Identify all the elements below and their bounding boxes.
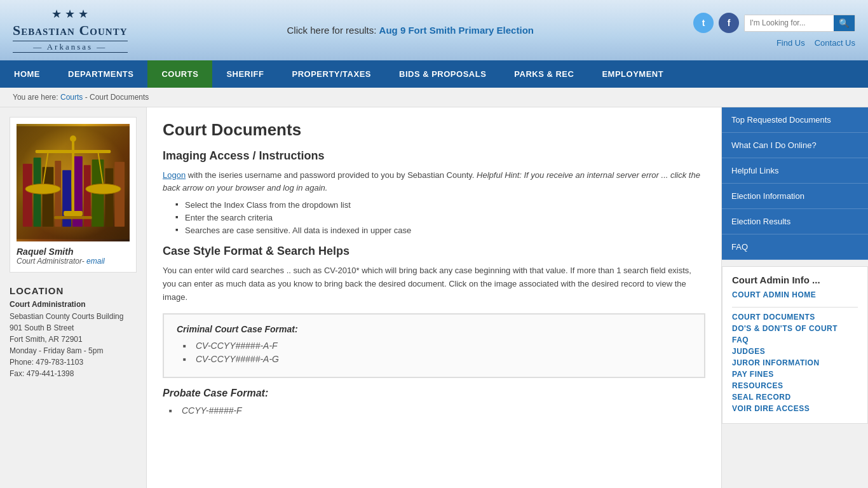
- location-org: Court Administration: [10, 300, 137, 309]
- criminal-box: Criminal Court Case Format: CV-CCYY#####…: [163, 313, 705, 378]
- right-sidebar: Top Requested Documents What Can I Do On…: [722, 107, 868, 488]
- instruction-2: Enter the search criteria: [175, 213, 705, 222]
- admin-link-judges[interactable]: JUDGES: [732, 347, 858, 356]
- location-phone: Phone: 479-783-1103: [10, 358, 83, 367]
- center-banner: Click here for results: Aug 9 Fort Smith…: [128, 25, 694, 36]
- svg-rect-11: [72, 139, 74, 214]
- location-details: Sebastian County Courts Building 901 Sou…: [10, 311, 137, 379]
- quick-link-faq[interactable]: FAQ: [722, 234, 868, 260]
- scales-icon: [17, 124, 130, 241]
- search-box: 🔍: [744, 15, 855, 32]
- nav-departments[interactable]: DEPARTMENTS: [54, 60, 147, 88]
- admin-link-seal-record[interactable]: SEAL RECORD: [732, 393, 858, 402]
- nav-courts[interactable]: COURTS: [147, 60, 212, 88]
- case-style-title: Case Style Format & Search Helps: [163, 245, 705, 258]
- quick-link-what-online[interactable]: What Can I Do Online?: [722, 133, 868, 158]
- nav-home[interactable]: HOME: [0, 60, 54, 88]
- nav-property[interactable]: PROPERTY/TAXES: [278, 60, 386, 88]
- criminal-cases-list: CV-CCYY#####-A-F CV-CCYY#####-A-G: [183, 341, 691, 364]
- contact-name: Raquel Smith: [17, 247, 130, 257]
- social-search-area: t f 🔍: [693, 13, 855, 33]
- breadcrumb-separator: -: [85, 93, 90, 102]
- logon-paragraph: Logon with the iseries username and pass…: [163, 169, 705, 194]
- location-section: LOCATION Court Administration Sebastian …: [10, 282, 137, 383]
- svg-rect-17: [64, 211, 83, 216]
- contact-email-link[interactable]: email: [86, 257, 105, 266]
- nav-sheriff[interactable]: SHERIFF: [212, 60, 278, 88]
- find-us-link[interactable]: Find Us: [776, 38, 805, 48]
- nav-parks[interactable]: PARKS & REC: [500, 60, 588, 88]
- imaging-title: Imaging Access / Instructions: [163, 149, 705, 163]
- twitter-icon: t: [702, 18, 705, 28]
- logo-area: ★ ★ ★ Sebastian County — Arkansas —: [13, 8, 128, 53]
- admin-link-resources[interactable]: RESOURCES: [732, 381, 858, 390]
- criminal-case-2: CV-CCYY#####-A-G: [183, 354, 691, 364]
- admin-link-court-docs[interactable]: COURT DOCUMENTS: [732, 313, 858, 322]
- breadcrumb-courts[interactable]: Courts: [60, 93, 83, 102]
- content-wrapper: Raquel Smith Court Administrator- email …: [0, 107, 868, 488]
- probate-title: Probate Case Format:: [163, 388, 705, 399]
- probate-case-1: CCYY-#####-F: [169, 405, 705, 416]
- contact-us-link[interactable]: Contact Us: [815, 38, 855, 48]
- page-title: Court Documents: [163, 120, 705, 140]
- location-line3: Fort Smith, AR 72901: [10, 335, 83, 344]
- contact-image: [17, 124, 130, 241]
- election-prefix: Click here for results:: [287, 25, 377, 36]
- top-banner: ★ ★ ★ Sebastian County — Arkansas — Clic…: [0, 0, 868, 60]
- instructions-list: Select the Index Class from the dropdown…: [175, 200, 705, 235]
- court-admin-box: Court Admin Info ... COURT ADMIN HOME CO…: [722, 266, 868, 424]
- contact-title: Court Administrator- email: [17, 257, 130, 266]
- svg-rect-9: [105, 168, 113, 227]
- location-line4: Monday - Friday 8am - 5pm: [10, 346, 103, 355]
- svg-point-15: [25, 184, 60, 194]
- logon-body-text: with the iseries username and password p…: [186, 170, 474, 180]
- election-link[interactable]: Aug 9 Fort Smith Primary Election: [379, 25, 534, 36]
- quick-link-election-results[interactable]: Election Results: [722, 209, 868, 234]
- location-line1: Sebastian County Courts Building: [10, 312, 123, 321]
- stars-decoration: ★ ★ ★: [13, 8, 128, 22]
- main-nav: HOME DEPARTMENTS COURTS SHERIFF PROPERTY…: [0, 60, 868, 88]
- nav-employment[interactable]: EMPLOYMENT: [588, 60, 677, 88]
- facebook-icon: f: [728, 18, 731, 28]
- quick-link-top-requested[interactable]: Top Requested Documents: [722, 107, 868, 133]
- right-banner: t f 🔍 Find Us Contact Us: [693, 13, 855, 48]
- quick-link-helpful-links[interactable]: Helpful Links: [722, 158, 868, 184]
- svg-point-19: [70, 135, 76, 142]
- main-content: Court Documents Imaging Access / Instruc…: [146, 107, 722, 488]
- instruction-3: Searches are case sensitive. All data is…: [175, 226, 705, 235]
- facebook-button[interactable]: f: [719, 13, 739, 33]
- admin-link-voir-dire[interactable]: VOIR DIRE ACCESS: [732, 404, 858, 413]
- svg-point-16: [86, 184, 121, 194]
- admin-link-dos-donts[interactable]: DO'S & DON'TS OF COURT: [732, 324, 858, 333]
- nav-bids[interactable]: BIDS & PROPOSALS: [385, 60, 500, 88]
- location-line2: 901 South B Street: [10, 323, 74, 332]
- contact-card: Raquel Smith Court Administrator- email: [10, 117, 137, 273]
- left-sidebar: Raquel Smith Court Administrator- email …: [0, 107, 146, 488]
- state-name: — Arkansas —: [13, 41, 128, 53]
- quick-link-election-info[interactable]: Election Information: [722, 184, 868, 209]
- instruction-1: Select the Index Class from the dropdown…: [175, 200, 705, 210]
- logon-link[interactable]: Logon: [163, 170, 186, 180]
- admin-link-juror[interactable]: JUROR INFORMATION: [732, 358, 858, 367]
- probate-cases-list: CCYY-#####-F: [169, 405, 705, 416]
- search-input[interactable]: [745, 15, 834, 30]
- admin-link-pay-fines[interactable]: PAY FINES: [732, 370, 858, 379]
- breadcrumb-current: Court Documents: [90, 93, 149, 102]
- quick-links-box: Top Requested Documents What Can I Do On…: [722, 107, 868, 260]
- svg-rect-10: [114, 162, 125, 227]
- logo-text: ★ ★ ★ Sebastian County — Arkansas —: [13, 8, 128, 53]
- contact-title-text: Court Administrator-: [17, 257, 85, 266]
- criminal-case-1: CV-CCYY#####-A-F: [183, 341, 691, 351]
- wildcard-text: You can enter wild card searches .. such…: [163, 264, 705, 304]
- search-icon: 🔍: [839, 18, 850, 28]
- svg-rect-18: [54, 216, 92, 219]
- twitter-button[interactable]: t: [693, 13, 714, 33]
- court-admin-home-link[interactable]: COURT ADMIN HOME: [732, 290, 858, 299]
- find-contact-links: Find Us Contact Us: [776, 38, 855, 48]
- admin-link-faq[interactable]: FAQ: [732, 336, 858, 344]
- search-button[interactable]: 🔍: [834, 15, 855, 31]
- location-heading: LOCATION: [10, 285, 137, 296]
- breadcrumb-prefix: You are here:: [13, 93, 58, 102]
- criminal-title: Criminal Court Case Format:: [177, 324, 691, 334]
- county-name: Sebastian County: [13, 22, 128, 39]
